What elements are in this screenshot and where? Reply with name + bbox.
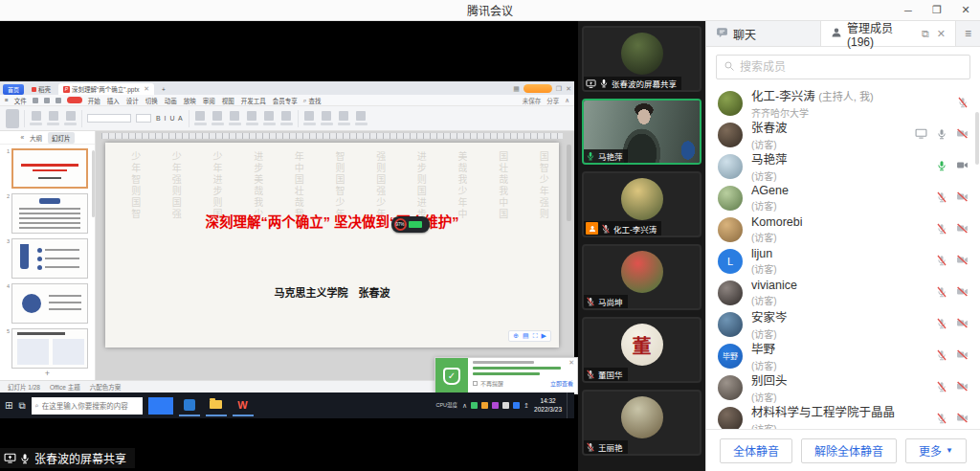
member-row[interactable]: 马艳萍 (访客) — [706, 150, 980, 182]
wps-menu-item[interactable]: 设计 — [126, 96, 139, 105]
wps-menu-item[interactable]: 视图 — [222, 96, 234, 105]
start-button[interactable]: ⊞ — [5, 400, 12, 411]
save-icon[interactable] — [33, 98, 38, 103]
slide-thumbnail[interactable]: 3 — [2, 238, 95, 279]
cam-off-status-icon[interactable] — [956, 253, 969, 270]
ribbon-button[interactable] — [47, 111, 59, 125]
slide-thumbnail[interactable]: 4 — [2, 283, 95, 324]
slides-tab[interactable]: 幻灯片 — [48, 132, 75, 144]
wps-restore-icon[interactable]: ❐ — [556, 85, 562, 93]
member-list-scrollbar[interactable] — [975, 112, 979, 165]
mic-off-status-icon[interactable] — [936, 348, 947, 365]
wps-menu-item[interactable]: 开发工具 — [241, 96, 266, 105]
view-now-link[interactable]: 立即查看 — [550, 379, 573, 388]
member-row[interactable]: L lijun (访客) — [706, 245, 980, 277]
ribbon-button[interactable] — [338, 111, 350, 125]
cam-status-icon[interactable] — [956, 158, 969, 175]
wps-new-tab-button[interactable]: + — [157, 83, 170, 95]
member-row[interactable]: 别回头 (访客) — [706, 371, 980, 403]
hamburger-icon[interactable]: ≡ — [5, 97, 9, 103]
member-row[interactable]: vivianice (访客) — [706, 277, 980, 308]
tab-manage-members[interactable]: 管理成员(196) ⧉ ✕ — [821, 21, 955, 46]
dont-remind-checkbox[interactable] — [473, 381, 478, 386]
member-row[interactable]: 毕野 毕野 (访客) — [706, 340, 980, 371]
taskbar-search-box[interactable]: ⌕ 在这里输入你要搜索的内容 — [32, 397, 143, 415]
tab-chat[interactable]: 聊天 — [706, 21, 821, 46]
ribbon-button[interactable] — [212, 111, 224, 125]
notes-tool-icon[interactable]: ▤ — [523, 332, 529, 340]
active-app-button[interactable] — [148, 397, 173, 415]
mute-all-button[interactable]: 全体静音 — [720, 438, 792, 463]
ribbon-button[interactable] — [194, 111, 207, 125]
ribbon-button[interactable] — [229, 111, 241, 125]
wps-template-tab[interactable]: 稻壳 — [27, 83, 56, 95]
play-tool-icon[interactable]: ▶ — [542, 332, 546, 340]
vip-pill-icon[interactable] — [67, 97, 82, 103]
tray-icon[interactable] — [502, 402, 509, 409]
cam-off-status-icon[interactable] — [956, 221, 969, 238]
thumbnail-scrollbar[interactable] — [92, 150, 95, 217]
wps-close-icon[interactable]: ✕ — [566, 85, 571, 93]
wps-home-button[interactable]: 首页 — [3, 84, 24, 95]
popout-panel-icon[interactable]: ⧉ — [922, 28, 929, 40]
ribbon-button[interactable] — [280, 111, 293, 125]
paste-button[interactable] — [6, 109, 19, 128]
video-tile[interactable]: 马尚坤 — [582, 244, 702, 310]
cam-off-status-icon[interactable] — [956, 379, 969, 396]
wps-app-icon[interactable]: W — [233, 395, 254, 416]
font-name-box[interactable] — [87, 114, 131, 123]
taskbar-clock[interactable]: 14:32 2022/3/23 — [534, 397, 562, 413]
cam-off-status-icon[interactable] — [956, 126, 969, 144]
redo-icon[interactable] — [56, 98, 61, 103]
ribbon-button[interactable] — [303, 111, 316, 125]
undo-icon[interactable] — [44, 98, 50, 103]
unmute-all-button[interactable]: 解除全体静音 — [801, 438, 897, 463]
mic-off-status-icon[interactable] — [936, 379, 947, 396]
member-row[interactable]: 化工-李兴涛 (主持人, 我) 齐齐哈尔大学 — [706, 87, 980, 119]
slide-quick-tools[interactable]: ⊕ ▤ ⛶ ▶ — [508, 330, 551, 342]
show-desktop-button[interactable] — [567, 392, 569, 418]
close-panel-icon[interactable]: ✕ — [937, 28, 946, 40]
mic-off-status-icon[interactable] — [936, 284, 947, 302]
file-explorer-icon[interactable] — [206, 395, 227, 416]
tray-icon[interactable] — [492, 402, 499, 409]
video-tile[interactable]: 马艳萍 — [582, 99, 702, 165]
collapse-ribbon-icon[interactable]: ∧ — [565, 97, 569, 104]
font-size-box[interactable] — [136, 114, 151, 123]
slide-thumbnail[interactable]: 2 — [2, 193, 95, 234]
mic-on-status-icon[interactable] — [936, 158, 947, 175]
video-tile[interactable]: 化工-李兴涛 — [582, 171, 702, 237]
cam-off-status-icon[interactable] — [956, 411, 969, 428]
cam-off-status-icon[interactable] — [956, 316, 969, 333]
file-menu[interactable]: 文件 — [14, 96, 27, 105]
ribbon-button[interactable] — [64, 111, 77, 125]
fullscreen-tool-icon[interactable]: ⛶ — [533, 332, 538, 340]
mic-off-status-icon[interactable] — [936, 411, 947, 428]
video-tile[interactable]: 张春波的屏幕共享 — [582, 26, 702, 92]
notification-close-icon[interactable]: ✕ — [568, 359, 574, 367]
member-search-input[interactable] — [740, 60, 963, 74]
member-row[interactable]: 张春波 (访客) — [706, 119, 980, 150]
ribbon-button[interactable] — [246, 111, 258, 125]
mic-off-status-icon[interactable] — [936, 221, 947, 238]
member-row[interactable]: 材料科学与工程学院于晶晶 (访客) — [706, 403, 980, 429]
wps-menu-item[interactable]: 开始 — [88, 96, 100, 105]
wps-menu-item[interactable]: 会员专享 — [273, 96, 298, 105]
member-row[interactable]: Komorebi (访客) — [706, 213, 980, 245]
taskbar-app-blue[interactable] — [179, 395, 200, 416]
ribbon-button[interactable] — [321, 111, 333, 125]
layout-grid-icon[interactable]: ▦ — [513, 85, 520, 93]
wps-menu-item[interactable]: 审阅 — [203, 96, 215, 105]
tray-icon[interactable] — [513, 402, 520, 409]
video-tile[interactable]: 董 董国华 — [582, 317, 702, 383]
more-button[interactable]: 更多▼ — [905, 438, 967, 463]
mic-status-icon[interactable] — [936, 126, 947, 144]
share-button[interactable]: 分享 — [546, 96, 559, 105]
ribbon-button[interactable] — [355, 111, 368, 125]
mic-off-status-icon[interactable] — [957, 95, 969, 112]
wps-menu-item[interactable]: 动画 — [165, 96, 177, 105]
font-style-buttons[interactable]: B I U A — [156, 115, 184, 122]
mic-off-status-icon[interactable] — [936, 253, 947, 270]
zoom-tool-icon[interactable]: ⊕ — [513, 332, 519, 340]
close-doc-icon[interactable]: ✕ — [144, 85, 149, 93]
